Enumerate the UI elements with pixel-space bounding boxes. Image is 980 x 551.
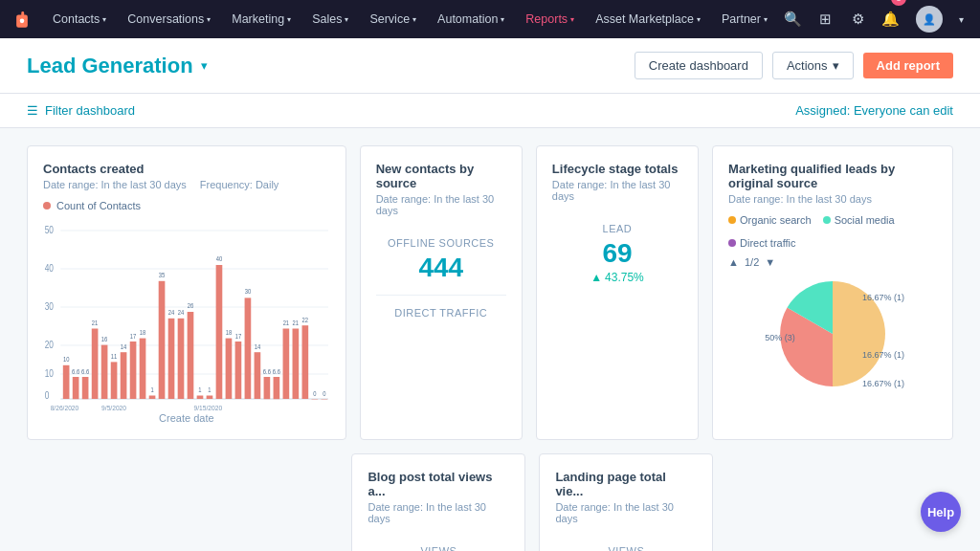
contacts-created-subtitle: Date range: In the last 30 days Frequenc…: [43, 179, 330, 190]
bar-label-19: 30: [245, 287, 252, 295]
nav-partner[interactable]: Partner▾: [713, 9, 776, 30]
nav-reports[interactable]: Reports▾: [517, 9, 583, 30]
x-label-826: 8/26/2020: [51, 403, 79, 410]
pie-label-2: 16.67% (1): [862, 350, 904, 360]
x-label-915: 9/15/2020: [193, 403, 222, 410]
bar-18: [235, 342, 242, 399]
blog-views-title: Blog post total views a...: [368, 470, 509, 498]
help-button[interactable]: Help: [921, 492, 961, 532]
pie-chart-svg: 16.67% (1) 16.67% (1) 16.67% (1) 50% (3): [751, 272, 914, 396]
mql-subtitle: Date range: In the last 30 days: [728, 193, 937, 205]
dashboard-row-2: Blog post total views a... Date range: I…: [27, 453, 953, 551]
dashboard: Contacts created Date range: In the last…: [0, 128, 980, 551]
pie-label-4: 50% (3): [765, 333, 795, 342]
nav-marketing[interactable]: Marketing▾: [223, 9, 300, 30]
bar-23: [283, 329, 290, 400]
page-title-area: Lead Generation ▾: [27, 54, 208, 78]
caret-down-icon[interactable]: ▾: [948, 6, 975, 33]
bar-chart: 50 40 30 20 10 0 10: [43, 219, 330, 410]
blog-views-subtitle: Date range: In the last 30 days: [368, 501, 509, 524]
legend-social: Social media: [823, 214, 895, 226]
y-label-30: 30: [45, 301, 54, 312]
legend-direct: Direct traffic: [728, 237, 795, 249]
hubspot-logo[interactable]: [11, 6, 33, 33]
actions-button[interactable]: Actions ▾: [772, 52, 854, 79]
header-actions: Create dashboard Actions ▾ Add report: [635, 52, 953, 79]
bar-2: [82, 377, 89, 399]
x-axis-label: Create date: [43, 412, 330, 424]
create-dashboard-button[interactable]: Create dashboard: [635, 52, 763, 79]
add-report-button[interactable]: Add report: [863, 53, 953, 78]
bar-label-2: 6.6: [81, 367, 89, 375]
nav-contacts[interactable]: Contacts▾: [44, 9, 115, 30]
nav-automation[interactable]: Automation▾: [429, 9, 513, 30]
bar-label-18: 17: [235, 332, 242, 340]
bar-label-1: 6.6: [72, 367, 79, 375]
bar-label-0: 10: [63, 355, 70, 363]
apps-icon[interactable]: ⊞: [813, 6, 839, 33]
settings-icon[interactable]: ⚙: [845, 6, 872, 33]
bar-24: [293, 329, 300, 400]
bar-label-8: 18: [140, 328, 146, 336]
bar-7: [130, 342, 137, 399]
bar-20: [255, 352, 261, 399]
bar-14: [197, 396, 204, 400]
landing-views-title: Landing page total vie...: [555, 470, 697, 498]
contacts-created-title: Contacts created: [43, 162, 330, 176]
mql-card: Marketing qualified leads by original so…: [712, 145, 953, 440]
landing-views-subtitle: Date range: In the last 30 days: [555, 501, 697, 524]
bar-3: [92, 329, 99, 400]
nav-conversations[interactable]: Conversations▾: [119, 9, 219, 30]
new-contacts-card: New contacts by source Date range: In th…: [360, 145, 523, 440]
lifecycle-card: Lifecycle stage totals Date range: In th…: [536, 145, 699, 440]
lead-section: LEAD 69 ▲ 43.75%: [552, 211, 682, 296]
dashboard-row-1: Contacts created Date range: In the last…: [27, 145, 953, 440]
user-avatar[interactable]: 👤: [916, 6, 943, 33]
pie-label-1: 16.67% (1): [862, 293, 904, 302]
svg-point-0: [20, 19, 25, 24]
direct-dot: [728, 239, 736, 247]
bar-8: [140, 339, 146, 399]
new-contacts-subtitle: Date range: In the last 30 days: [376, 193, 506, 216]
bar-9: [149, 396, 156, 400]
lead-value: 69: [552, 238, 682, 269]
bar-label-6: 14: [121, 342, 127, 350]
bar-11: [168, 319, 175, 399]
bar-5: [111, 362, 118, 399]
nav-service[interactable]: Service▾: [361, 9, 425, 30]
bar-label-10: 35: [159, 271, 166, 278]
direct-traffic-section: DIRECT TRAFFIC: [376, 296, 506, 334]
pie-prev-icon[interactable]: ▲: [728, 256, 739, 268]
page-title: Lead Generation: [27, 54, 193, 78]
everyone-can-edit-link[interactable]: Everyone can edit: [854, 103, 953, 118]
bar-label-4: 16: [101, 335, 108, 342]
bar-label-27: 0: [323, 389, 326, 397]
bar-19: [245, 298, 252, 399]
actions-caret-icon: ▾: [833, 58, 839, 73]
nav-sales[interactable]: Sales▾: [303, 9, 357, 30]
organic-dot: [728, 216, 736, 224]
bar-label-22: 6.6: [273, 367, 280, 375]
filter-icon: ☰: [27, 103, 38, 118]
filter-dashboard-button[interactable]: ☰ Filter dashboard: [27, 103, 135, 118]
bar-12: [178, 319, 185, 399]
pie-next-icon[interactable]: ▼: [765, 256, 775, 268]
row2-pie-spacer: [726, 453, 953, 551]
filter-bar: ☰ Filter dashboard Assigned: Everyone ca…: [0, 94, 980, 128]
bar-label-3: 21: [92, 319, 99, 326]
y-label-50: 50: [45, 225, 54, 235]
nav-asset-marketplace[interactable]: Asset Marketplace▾: [587, 9, 709, 30]
bar-label-15: 1: [208, 386, 212, 393]
bar-label-13: 26: [188, 301, 194, 309]
y-label-0: 0: [45, 390, 50, 401]
bar-label-26: 0: [313, 389, 317, 397]
blog-views-section: VIEWS 50,812 ▼ 1.17%: [368, 534, 509, 551]
y-label-40: 40: [45, 263, 54, 274]
new-contacts-title: New contacts by source: [376, 162, 506, 190]
search-icon[interactable]: 🔍: [780, 6, 807, 33]
bar-label-12: 24: [178, 308, 185, 316]
notifications-icon[interactable]: 🔔: [878, 6, 904, 33]
y-label-10: 10: [45, 368, 54, 379]
page-header: Lead Generation ▾ Create dashboard Actio…: [0, 38, 980, 94]
title-dropdown-icon[interactable]: ▾: [201, 58, 208, 73]
